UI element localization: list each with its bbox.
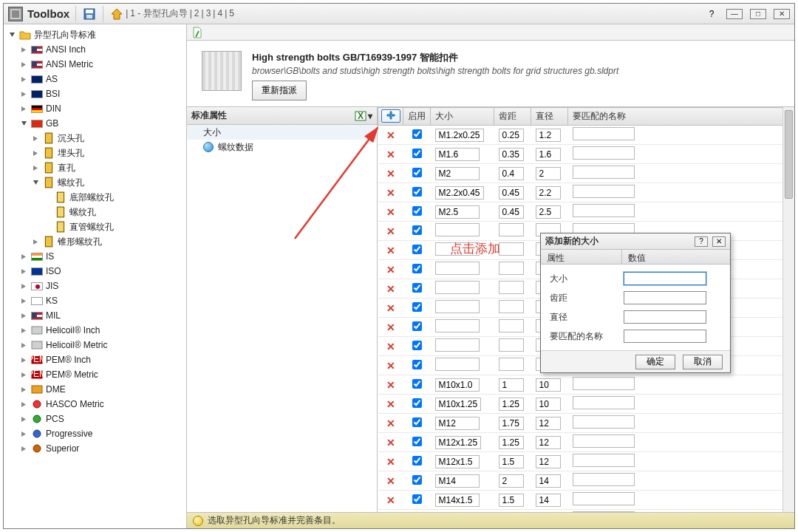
enable-checkbox[interactable] (412, 456, 422, 466)
prop-thread-data[interactable]: 螺纹数据 (187, 140, 377, 154)
cell-pitch[interactable]: 0.4 (499, 167, 524, 180)
delete-row-button[interactable]: ✕ (386, 206, 395, 218)
crumb-2[interactable]: 2 (192, 8, 202, 18)
crumb-1[interactable]: 1 - 异型孔向导 (128, 8, 189, 18)
enable-checkbox[interactable] (412, 245, 422, 254)
tree-mil[interactable]: MIL (20, 308, 186, 323)
cell-size[interactable]: M12 (435, 417, 480, 430)
scrollbar-thumb[interactable] (785, 110, 793, 199)
delete-row-button[interactable]: ✕ (386, 379, 395, 391)
crumb-3[interactable]: 3 (204, 8, 214, 18)
col-dia[interactable]: 直径 (531, 108, 568, 126)
save-button[interactable] (82, 7, 97, 21)
delete-row-button[interactable]: ✕ (386, 494, 395, 506)
tree-gb-straight[interactable]: 直孔 (32, 160, 186, 175)
cell-pitch[interactable]: 0.25 (499, 129, 524, 142)
delete-row-button[interactable]: ✕ (386, 437, 395, 449)
dialog-titlebar[interactable]: 添加新的大小 ? ✕ (541, 233, 730, 250)
cell-size[interactable]: M1.6 (435, 148, 480, 161)
cell-pitch[interactable] (499, 338, 524, 352)
table-row[interactable]: ✕M1.60.351.6 (378, 145, 794, 164)
cell-dia[interactable]: 10 (536, 398, 561, 411)
cell-dia[interactable]: 14 (536, 474, 561, 488)
cell-pitch[interactable]: 1 (499, 378, 524, 392)
close-button[interactable]: ✕ (774, 9, 790, 19)
cell-dia[interactable]: 12 (536, 417, 561, 430)
col-enable[interactable]: 启用 (403, 108, 431, 126)
cell-pitch[interactable] (499, 300, 524, 313)
cell-match[interactable] (573, 204, 635, 217)
cell-size[interactable]: M10x1.25 (435, 398, 482, 411)
cell-pitch[interactable]: 1.25 (499, 436, 524, 449)
collapse-icon[interactable] (32, 179, 40, 187)
enable-checkbox[interactable] (412, 283, 422, 293)
enable-checkbox[interactable] (412, 187, 422, 197)
table-row[interactable]: ✕M2.50.452.5 (378, 202, 794, 222)
maximize-button[interactable]: □ (750, 9, 766, 19)
prop-size[interactable]: 大小 (187, 125, 377, 140)
cell-size[interactable] (435, 300, 480, 313)
cell-match[interactable] (573, 473, 635, 486)
home-button[interactable] (109, 7, 124, 21)
cell-dia[interactable]: 2.2 (536, 186, 561, 200)
delete-row-button[interactable]: ✕ (386, 360, 395, 372)
delete-row-button[interactable]: ✕ (386, 245, 395, 256)
dialog-close-button[interactable]: ✕ (712, 236, 726, 247)
table-row[interactable]: ✕M12x1.251.2512 (378, 433, 794, 452)
tree-gb-thread[interactable]: 螺纹孔 (32, 175, 186, 190)
cell-dia[interactable]: 2.5 (536, 205, 561, 219)
cell-pitch[interactable] (499, 262, 524, 275)
cell-match[interactable] (573, 166, 635, 179)
table-row[interactable]: ✕M20.42 (378, 164, 794, 183)
vertical-scrollbar[interactable] (782, 107, 794, 512)
cell-size[interactable]: M1.2x0.25 (435, 129, 484, 142)
cell-match[interactable] (573, 415, 635, 429)
cell-dia[interactable]: 12 (536, 455, 561, 468)
cell-pitch[interactable]: 0.45 (499, 205, 524, 219)
delete-row-button[interactable]: ✕ (386, 129, 395, 141)
cell-pitch[interactable]: 0.45 (499, 186, 524, 200)
delete-row-button[interactable]: ✕ (386, 321, 395, 333)
delete-row-button[interactable]: ✕ (386, 187, 395, 199)
add-row-button[interactable] (381, 109, 400, 123)
enable-checkbox[interactable] (412, 168, 422, 177)
table-row[interactable]: ✕M2.2x0.450.452.2 (378, 183, 794, 202)
delete-row-button[interactable]: ✕ (386, 398, 395, 410)
enable-checkbox[interactable] (412, 398, 422, 408)
delete-row-button[interactable]: ✕ (386, 302, 395, 314)
cell-match[interactable] (573, 127, 635, 140)
tree-pem-metric[interactable]: PEMPEM® Metric (20, 367, 186, 382)
col-match[interactable]: 要匹配的名称 (568, 108, 794, 126)
cell-dia[interactable]: 10 (536, 378, 561, 392)
expand-icon[interactable] (20, 46, 28, 54)
table-row[interactable]: ✕M1.2x0.250.251.2 (378, 126, 794, 145)
reassign-button[interactable]: 重新指派 (252, 81, 307, 100)
enable-checkbox[interactable] (412, 225, 422, 235)
cell-size[interactable]: M12x1.5 (435, 455, 480, 468)
collapse-icon[interactable] (20, 120, 28, 128)
tree-bsi[interactable]: BSI (20, 86, 186, 101)
standards-tree[interactable]: 异型孔向导标准 ANSI Inch ANSI Metric AS BSI DIN… (4, 24, 187, 528)
tree-ks[interactable]: KS (20, 293, 186, 308)
tree-root[interactable]: 异型孔向导标准 (8, 27, 186, 42)
cell-pitch[interactable] (499, 319, 524, 332)
cell-pitch[interactable]: 2 (499, 474, 524, 488)
tree-pem-inch[interactable]: PEMPEM® Inch (20, 352, 186, 367)
tree-thread-hole[interactable]: 螺纹孔 (44, 205, 186, 219)
enable-checkbox[interactable] (412, 149, 422, 158)
delete-row-button[interactable]: ✕ (386, 417, 395, 429)
tree-dme[interactable]: DME (20, 382, 186, 397)
crumb-4[interactable]: 4 (215, 8, 225, 18)
tree-progressive[interactable]: Progressive (20, 426, 186, 441)
enable-checkbox[interactable] (412, 379, 422, 389)
cell-pitch[interactable]: 1.25 (499, 398, 524, 411)
cell-dia[interactable]: 1.6 (536, 148, 561, 161)
cell-dia[interactable]: 12 (536, 436, 561, 449)
tree-pcs[interactable]: PCS (20, 412, 186, 426)
enable-checkbox[interactable] (412, 129, 422, 139)
cell-match[interactable] (573, 434, 635, 448)
cell-size[interactable]: M10x1.0 (435, 378, 480, 392)
cell-pitch[interactable] (499, 223, 524, 236)
cell-match[interactable] (573, 492, 635, 505)
help-button[interactable]: ? (704, 7, 719, 21)
